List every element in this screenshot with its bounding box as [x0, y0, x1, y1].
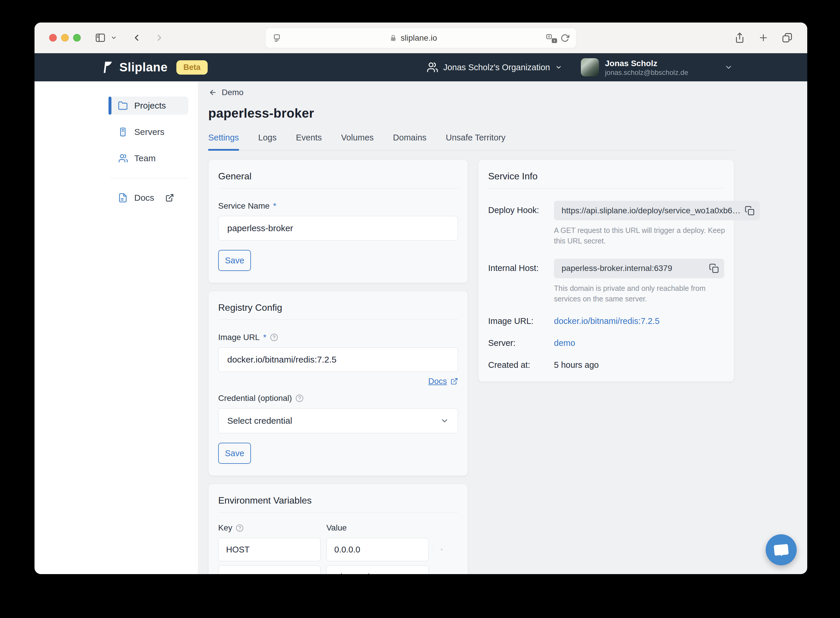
- tab-volumes[interactable]: Volumes: [341, 133, 373, 150]
- general-card: General Service Name * Save: [208, 159, 468, 283]
- user-menu-chevron-icon[interactable]: [724, 63, 733, 71]
- service-name-label: Service Name: [218, 201, 270, 211]
- tab-settings[interactable]: Settings: [208, 133, 239, 151]
- sidebar-item-projects[interactable]: Projects: [110, 97, 188, 115]
- app-header: Sliplane Beta Jonas Scholz's Organizatio…: [34, 53, 807, 81]
- sidebar-item-docs[interactable]: Docs: [110, 189, 188, 207]
- env-key-input[interactable]: [218, 538, 320, 561]
- copy-icon[interactable]: [709, 263, 719, 273]
- chevron-down-icon: [440, 416, 449, 425]
- sidebar: Projects Servers Team Docs: [34, 81, 198, 574]
- env-key-input[interactable]: [218, 565, 320, 574]
- credential-label: Credential (optional): [218, 394, 292, 403]
- translate-badge: x: [552, 38, 557, 43]
- internal-host-label: Internal Host:: [488, 263, 554, 273]
- env-value-input[interactable]: [326, 538, 429, 561]
- docs-link[interactable]: Docs: [428, 377, 458, 386]
- close-window-button[interactable]: [49, 34, 57, 42]
- back-button[interactable]: [132, 33, 142, 43]
- sidebar-item-label: Projects: [134, 101, 166, 111]
- help-icon[interactable]: [270, 333, 278, 342]
- internal-host-pill: paperless-broker.internal:6379: [554, 258, 724, 278]
- minimize-window-button[interactable]: [61, 34, 69, 42]
- registry-save-button[interactable]: Save: [218, 443, 251, 464]
- deploy-hook-value: https://api.sliplane.io/deploy/service_w…: [561, 206, 741, 215]
- copy-icon[interactable]: [745, 206, 755, 215]
- server-link[interactable]: demo: [554, 338, 724, 348]
- share-icon[interactable]: [734, 32, 745, 44]
- required-marker: *: [273, 201, 276, 211]
- brand-logo[interactable]: Sliplane Beta: [101, 60, 207, 75]
- remove-variable-icon[interactable]: [440, 545, 443, 554]
- tab-bar: Settings Logs Events Volumes Domains Uns…: [208, 133, 735, 151]
- registry-config-card: Registry Config Image URL * D: [208, 291, 468, 476]
- tab-unsafe-territory[interactable]: Unsafe Territory: [446, 133, 505, 150]
- window-controls: [49, 34, 81, 42]
- sliplane-logo-icon: [101, 60, 115, 75]
- back-arrow-icon[interactable]: [208, 88, 217, 97]
- image-url-link[interactable]: docker.io/bitnami/redis:7.2.5: [554, 316, 724, 326]
- help-icon[interactable]: [236, 524, 244, 532]
- chat-bubble-icon: [774, 544, 789, 556]
- organization-chevron-icon: [555, 64, 562, 71]
- tab-logs[interactable]: Logs: [258, 133, 277, 150]
- sidebar-chevron-icon[interactable]: [111, 34, 117, 41]
- reload-icon[interactable]: [561, 34, 569, 42]
- browser-toolbar: sliplane.io A x: [34, 22, 807, 53]
- env-value-input[interactable]: [326, 565, 429, 574]
- service-info-card: Service Info Deploy Hook: https://api.sl…: [478, 159, 734, 382]
- general-card-title: General: [218, 171, 458, 182]
- env-card-title: Environment Variables: [218, 495, 458, 506]
- translate-icon[interactable]: A x: [545, 34, 556, 42]
- deploy-hook-help: A GET request to this URL will trigger a…: [554, 225, 729, 247]
- server-row-label: Server:: [488, 338, 554, 348]
- general-save-button[interactable]: Save: [218, 250, 251, 271]
- service-info-title: Service Info: [488, 171, 724, 182]
- reader-view-icon[interactable]: [273, 34, 281, 42]
- help-icon[interactable]: [295, 394, 304, 403]
- folder-icon: [118, 101, 128, 111]
- sidebar-item-label: Servers: [134, 127, 164, 137]
- external-link-icon: [165, 193, 174, 202]
- env-key-header: Key: [218, 523, 232, 533]
- created-at-value: 5 hours ago: [554, 360, 724, 370]
- forward-button[interactable]: [154, 33, 164, 43]
- browser-window: sliplane.io A x: [34, 22, 807, 574]
- sidebar-item-team[interactable]: Team: [110, 149, 188, 167]
- organization-icon: [426, 61, 438, 73]
- breadcrumb-label[interactable]: Demo: [222, 88, 244, 97]
- docs-link-label[interactable]: Docs: [428, 377, 447, 386]
- avatar: [581, 58, 599, 76]
- organization-menu[interactable]: Jonas Scholz's Organization: [426, 61, 562, 73]
- lock-icon[interactable]: [432, 572, 433, 574]
- new-tab-icon[interactable]: [758, 33, 769, 43]
- beta-badge: Beta: [176, 60, 207, 74]
- internal-host-value: paperless-broker.internal:6379: [561, 264, 705, 273]
- chat-widget-button[interactable]: [766, 534, 797, 565]
- svg-text:A: A: [548, 35, 550, 38]
- tab-events[interactable]: Events: [296, 133, 322, 150]
- user-name: Jonas Scholz: [605, 58, 688, 68]
- deploy-hook-pill: https://api.sliplane.io/deploy/service_w…: [554, 201, 760, 220]
- address-bar[interactable]: sliplane.io A x: [265, 28, 577, 48]
- external-link-icon: [450, 377, 458, 385]
- tls-lock-icon: [390, 34, 397, 42]
- image-url-input[interactable]: [218, 347, 458, 372]
- tab-overview-icon[interactable]: [782, 32, 793, 43]
- tab-domains[interactable]: Domains: [393, 133, 427, 150]
- remove-variable-icon[interactable]: [440, 572, 443, 574]
- required-marker: *: [263, 333, 267, 342]
- service-name-input[interactable]: [218, 216, 458, 241]
- sidebar-item-servers[interactable]: Servers: [110, 123, 188, 141]
- breadcrumb[interactable]: Demo: [208, 88, 807, 97]
- team-icon: [118, 153, 128, 163]
- page-title: paperless-broker: [208, 106, 807, 120]
- sidebar-item-label: Team: [134, 153, 156, 163]
- env-value-header: Value: [326, 523, 347, 533]
- user-menu[interactable]: Jonas Scholz jonas.scholz@bbscholz.de: [581, 58, 688, 77]
- credential-select[interactable]: Select credential: [218, 408, 458, 433]
- organization-name: Jonas Scholz's Organization: [443, 62, 550, 72]
- sidebar-toggle-icon[interactable]: [94, 32, 107, 43]
- lock-icon[interactable]: [432, 545, 433, 554]
- zoom-window-button[interactable]: [73, 34, 81, 42]
